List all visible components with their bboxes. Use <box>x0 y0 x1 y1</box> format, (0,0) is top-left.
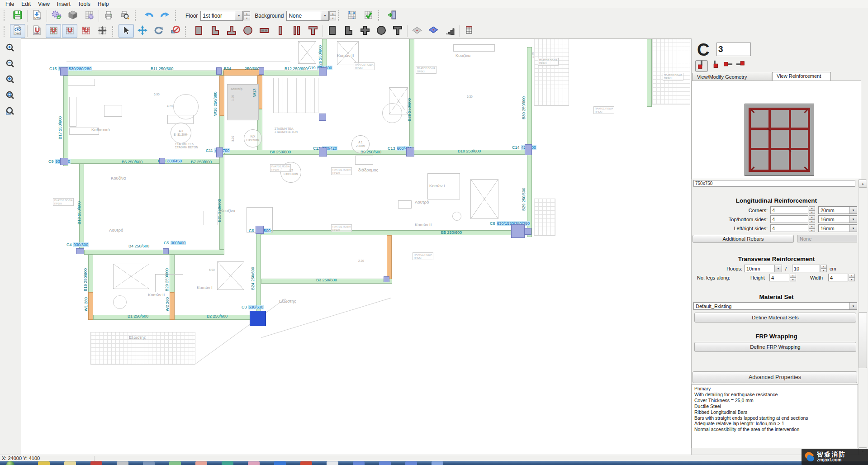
taskbar-app-icon[interactable] <box>143 461 155 465</box>
beam[interactable] <box>93 315 256 320</box>
scroll-up-arrow-icon[interactable]: ▲ <box>859 180 867 188</box>
taskbar-app-icon[interactable] <box>90 461 102 465</box>
left-right-spinner[interactable]: ▲▼ <box>809 224 815 232</box>
section-tee-button[interactable] <box>305 24 321 38</box>
snap-grid-color-button[interactable] <box>46 24 61 38</box>
menu-item-insert[interactable]: Insert <box>53 0 74 8</box>
section-rect-button[interactable] <box>191 24 207 38</box>
view-3d-button[interactable] <box>65 9 81 23</box>
zoom-out-button[interactable] <box>3 58 19 72</box>
column[interactable] <box>511 224 525 238</box>
column[interactable] <box>319 114 326 121</box>
menu-item-edit[interactable]: Edit <box>18 0 34 8</box>
slab-button[interactable] <box>409 24 425 38</box>
column[interactable] <box>384 276 389 282</box>
column[interactable] <box>525 144 532 155</box>
define-frp-wrapping-button[interactable]: Define FRP Wrapping <box>694 342 856 352</box>
beam[interactable] <box>409 39 414 150</box>
zoom-previous-button[interactable] <box>3 105 19 119</box>
import-dwg-button[interactable]: DWG <box>29 9 45 23</box>
undo-button[interactable] <box>141 9 157 23</box>
move-nodes-button[interactable] <box>95 24 110 38</box>
section-l-button[interactable] <box>208 24 223 38</box>
beam[interactable] <box>262 71 327 76</box>
menu-item-view[interactable]: View <box>34 0 53 8</box>
view-dwg-button[interactable]: DWG <box>10 24 25 38</box>
grid-settings-button[interactable] <box>81 9 97 23</box>
move-tool-button[interactable] <box>135 24 150 38</box>
menu-item-file[interactable]: File <box>2 0 18 8</box>
column[interactable] <box>525 228 531 235</box>
taskbar-app-icon[interactable] <box>405 461 417 465</box>
fill-cross-button[interactable] <box>357 24 373 38</box>
junction-edge-top-button[interactable] <box>735 60 747 72</box>
left-right-count-input[interactable]: 4 <box>770 224 808 232</box>
slab-inclined-button[interactable] <box>426 24 441 38</box>
column[interactable] <box>259 67 264 75</box>
print-button[interactable] <box>101 9 116 23</box>
stairs-button[interactable] <box>442 24 457 38</box>
taskbar-app-icon[interactable] <box>248 461 260 465</box>
left-right-diameter-select[interactable]: 16mm▼ <box>818 224 857 232</box>
menu-item-help[interactable]: Help <box>94 0 113 8</box>
wall[interactable] <box>387 235 392 279</box>
taskbar-app-icon[interactable] <box>169 461 181 465</box>
taskbar-app-icon[interactable] <box>327 461 338 465</box>
section-circle-button[interactable] <box>240 24 256 38</box>
value-spinner[interactable]: ▲▼ <box>329 11 336 20</box>
hoops-diameter-select[interactable]: 10mm▼ <box>744 265 782 272</box>
legs-height-spinner[interactable]: ▲▼ <box>790 274 796 281</box>
beam[interactable] <box>527 47 532 237</box>
taskbar-app-icon[interactable] <box>432 461 443 465</box>
exit-button[interactable] <box>384 9 400 23</box>
taskbar-app-icon[interactable] <box>64 461 76 465</box>
corners-spinner[interactable]: ▲▼ <box>809 206 815 214</box>
zoom-extents-button[interactable] <box>3 74 19 88</box>
taskbar-app-icon[interactable] <box>274 461 286 465</box>
junction-edge-left-button[interactable] <box>721 60 734 72</box>
column[interactable] <box>159 158 165 164</box>
select-arrow-button[interactable] <box>119 24 134 38</box>
wall[interactable] <box>170 292 175 320</box>
column[interactable] <box>319 67 327 76</box>
fill-l-button[interactable] <box>341 24 356 38</box>
frame-3d-button[interactable] <box>461 24 477 38</box>
advanced-properties-header[interactable]: Advanced Properties <box>693 371 857 383</box>
snap-grid-button[interactable] <box>62 24 77 38</box>
menu-item-tools[interactable]: Tools <box>74 0 94 8</box>
fill-rect-button[interactable] <box>325 24 340 38</box>
top-bottom-count-input[interactable]: 4 <box>770 215 808 223</box>
legs-height-input[interactable]: 4 <box>769 274 789 281</box>
delete-tool-button[interactable] <box>167 24 183 38</box>
taskbar-app-icon[interactable] <box>38 461 50 465</box>
beam[interactable] <box>88 255 93 292</box>
settings-button[interactable] <box>49 9 64 23</box>
redo-button[interactable] <box>157 9 173 23</box>
corners-diameter-select[interactable]: 20mm▼ <box>818 206 857 214</box>
zoom-window-button[interactable] <box>3 90 19 104</box>
column[interactable] <box>216 147 223 157</box>
column[interactable] <box>60 158 68 165</box>
taskbar-app-icon[interactable] <box>222 461 233 465</box>
junction-corner-right-button[interactable] <box>708 60 721 72</box>
column[interactable] <box>163 248 169 254</box>
beam[interactable] <box>256 233 261 315</box>
rotate-tool-button[interactable] <box>151 24 166 38</box>
column[interactable] <box>406 147 414 157</box>
beam[interactable] <box>647 39 652 107</box>
legs-width-spinner[interactable]: ▲▼ <box>849 274 855 281</box>
section-i-button[interactable] <box>289 24 304 38</box>
zoom-in-button[interactable] <box>3 42 19 56</box>
section-t-button[interactable] <box>224 24 239 38</box>
wall[interactable] <box>88 292 93 320</box>
floor-plan-canvas[interactable]: A 3E=81.20M²K/XE=9.50M²A 12.30M²A 2E=69.… <box>21 38 691 455</box>
floor-select[interactable]: 1st floor▼ <box>200 11 243 21</box>
define-material-sets-button[interactable]: Define Material Sets <box>694 313 856 323</box>
column[interactable] <box>60 67 68 76</box>
taskbar-app-icon[interactable] <box>117 461 128 465</box>
tab-view-reinforcement[interactable]: View Reinforcement <box>772 72 831 81</box>
taskbar-app-icon[interactable] <box>353 461 365 465</box>
beam[interactable] <box>84 250 224 255</box>
column[interactable] <box>319 147 327 157</box>
tab-view-modify-geometry[interactable]: View/Modify Geometry <box>693 73 772 81</box>
